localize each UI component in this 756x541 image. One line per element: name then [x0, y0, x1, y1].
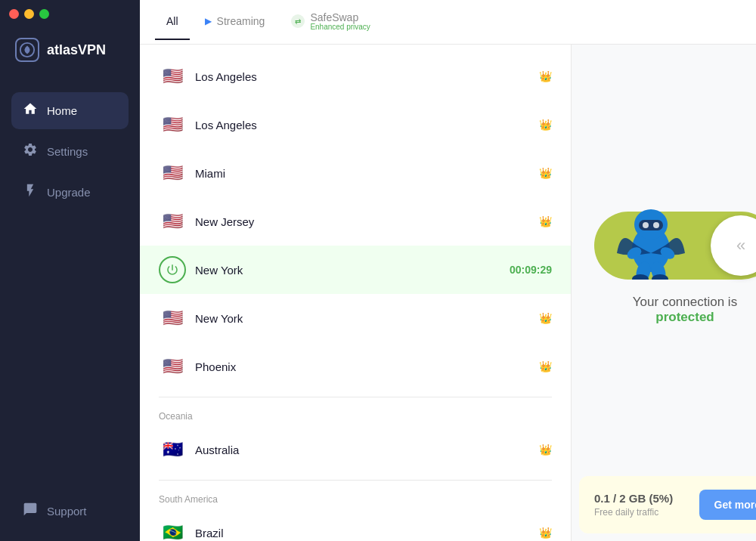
flag-au: 🇦🇺: [159, 436, 186, 463]
mascot-svg: [606, 185, 696, 280]
chat-icon: [23, 502, 38, 521]
server-name: Brazil: [195, 527, 530, 539]
chevron-left-icon: «: [736, 236, 745, 255]
sidebar-item-upgrade-label: Upgrade: [47, 186, 91, 199]
get-more-button[interactable]: Get more: [699, 490, 756, 520]
oceania-label: Oceania: [140, 403, 571, 425]
server-list[interactable]: 🇺🇸 Los Angeles 👑 🇺🇸 Los Angeles 👑 🇺🇸 Mia…: [140, 45, 571, 541]
section-divider: [159, 397, 552, 397]
atlasvpn-logo-icon: [15, 38, 39, 62]
server-name: New York: [195, 312, 530, 325]
main-content: All ▶ Streaming ⇄ SafeSwap Enhanced priv…: [140, 0, 756, 541]
list-item-connected[interactable]: New York 00:09:29: [140, 246, 571, 294]
sidebar-item-home[interactable]: Home: [11, 92, 129, 129]
flag-us: 🇺🇸: [159, 208, 186, 235]
connected-time: 00:09:29: [510, 264, 552, 276]
play-icon: ▶: [205, 16, 212, 26]
crown-icon: 👑: [539, 360, 552, 373]
power-icon: [159, 256, 186, 283]
sidebar-support-label: Support: [47, 505, 87, 518]
flag-us: 🇺🇸: [159, 305, 186, 332]
lightning-icon: [23, 183, 38, 202]
flag-us: 🇺🇸: [159, 159, 186, 187]
server-name: New York: [195, 264, 500, 277]
sidebar: atlasVPN Home Settings Upgrade Supp: [0, 0, 140, 541]
tab-safeswap-sub: Enhanced privacy: [310, 23, 370, 31]
vpn-status-protected: protected: [633, 310, 737, 325]
tabs-bar: All ▶ Streaming ⇄ SafeSwap Enhanced priv…: [140, 0, 756, 45]
vpn-toggle-container[interactable]: «: [594, 189, 756, 280]
tab-streaming-label: Streaming: [217, 15, 265, 27]
crown-icon: 👑: [539, 167, 552, 179]
gear-icon: [23, 142, 38, 161]
flag-us: 🇺🇸: [159, 111, 186, 138]
sidebar-item-home-label: Home: [47, 104, 77, 117]
server-name: Australia: [195, 444, 530, 456]
tab-safeswap-label: SafeSwap: [310, 11, 358, 23]
home-icon: [23, 101, 38, 120]
crown-icon: 👑: [539, 312, 552, 324]
sidebar-item-support[interactable]: Support: [11, 493, 129, 530]
traffic-label: Free daily traffic: [594, 507, 688, 518]
crown-icon: 👑: [539, 444, 552, 456]
server-name: New Jersey: [195, 215, 530, 228]
svg-rect-2: [639, 220, 663, 230]
right-panel: «: [571, 45, 756, 541]
vpn-status-text: Your connection is: [633, 295, 737, 310]
traffic-amount: 0.1 / 2 GB (5%): [594, 492, 688, 505]
list-item[interactable]: 🇺🇸 Miami 👑: [140, 149, 571, 197]
crown-icon: 👑: [539, 527, 552, 539]
titlebar: [9, 9, 49, 19]
list-item[interactable]: 🇦🇺 Australia 👑: [140, 425, 571, 474]
flag-us: 🇺🇸: [159, 353, 186, 380]
list-item[interactable]: 🇺🇸 Los Angeles 👑: [140, 52, 571, 100]
vpn-visual-area: «: [572, 45, 756, 468]
crown-icon: 👑: [539, 215, 552, 227]
list-item[interactable]: 🇺🇸 Phoenix 👑: [140, 342, 571, 391]
sidebar-nav: Home Settings Upgrade: [0, 85, 140, 481]
list-item[interactable]: 🇧🇷 Brazil 👑: [140, 509, 571, 541]
safeswap-icon: ⇄: [291, 14, 305, 28]
crown-icon: 👑: [539, 70, 552, 82]
sidebar-item-settings-label: Settings: [47, 145, 88, 158]
flag-us: 🇺🇸: [159, 63, 186, 90]
server-name: Phoenix: [195, 360, 530, 373]
flag-br: 🇧🇷: [159, 519, 186, 541]
sidebar-item-settings[interactable]: Settings: [11, 133, 129, 170]
tab-safeswap-labels: SafeSwap Enhanced privacy: [310, 11, 370, 31]
list-item[interactable]: 🇺🇸 Los Angeles 👑: [140, 100, 571, 149]
sidebar-bottom: Support: [0, 481, 140, 541]
sidebar-logo-text: atlasVPN: [47, 42, 106, 58]
svg-point-3: [643, 222, 649, 228]
mascot: [606, 185, 696, 280]
close-button[interactable]: [9, 9, 19, 19]
minimize-button[interactable]: [24, 9, 34, 19]
tab-all-label: All: [166, 15, 178, 27]
tab-safeswap[interactable]: ⇄ SafeSwap Enhanced privacy: [280, 0, 382, 44]
server-name: Los Angeles: [195, 70, 530, 83]
crown-icon: 👑: [539, 119, 552, 131]
traffic-info: 0.1 / 2 GB (5%) Free daily traffic: [594, 492, 688, 518]
section-divider: [159, 480, 552, 481]
vpn-toggle-thumb[interactable]: «: [711, 215, 756, 276]
server-name: Los Angeles: [195, 119, 530, 131]
tab-all[interactable]: All: [155, 4, 190, 40]
svg-point-4: [653, 222, 659, 228]
traffic-section: 0.1 / 2 GB (5%) Free daily traffic Get m…: [579, 476, 756, 533]
server-name: Miami: [195, 167, 530, 180]
maximize-button[interactable]: [39, 9, 49, 19]
list-item[interactable]: 🇺🇸 New Jersey 👑: [140, 197, 571, 246]
tab-streaming[interactable]: ▶ Streaming: [194, 4, 277, 40]
content-area: 🇺🇸 Los Angeles 👑 🇺🇸 Los Angeles 👑 🇺🇸 Mia…: [140, 45, 756, 541]
southamerica-label: South America: [140, 487, 571, 509]
vpn-status: Your connection is protected: [633, 295, 737, 325]
list-item[interactable]: 🇺🇸 New York 👑: [140, 294, 571, 342]
sidebar-item-upgrade[interactable]: Upgrade: [11, 174, 129, 211]
